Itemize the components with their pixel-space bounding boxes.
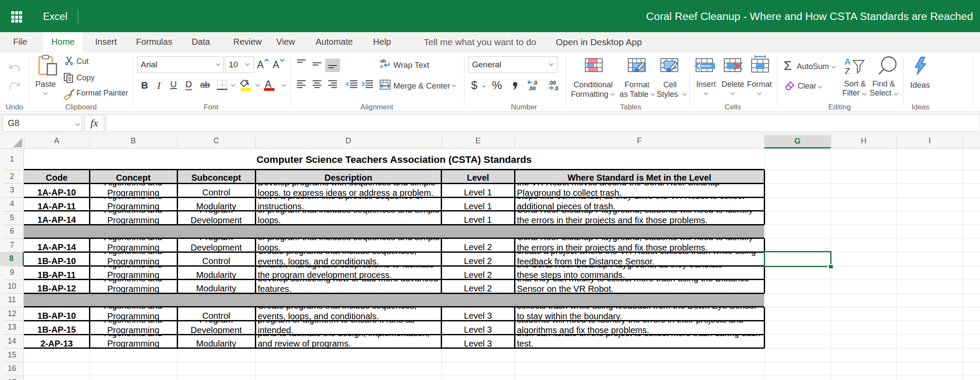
svg-text:.00: .00 <box>528 86 536 91</box>
svg-text:Z: Z <box>845 66 850 74</box>
svg-text:ab: ab <box>380 58 386 63</box>
svg-text:c: c <box>380 63 383 69</box>
svg-text:.0: .0 <box>554 86 558 91</box>
svg-text:A: A <box>845 56 851 66</box>
